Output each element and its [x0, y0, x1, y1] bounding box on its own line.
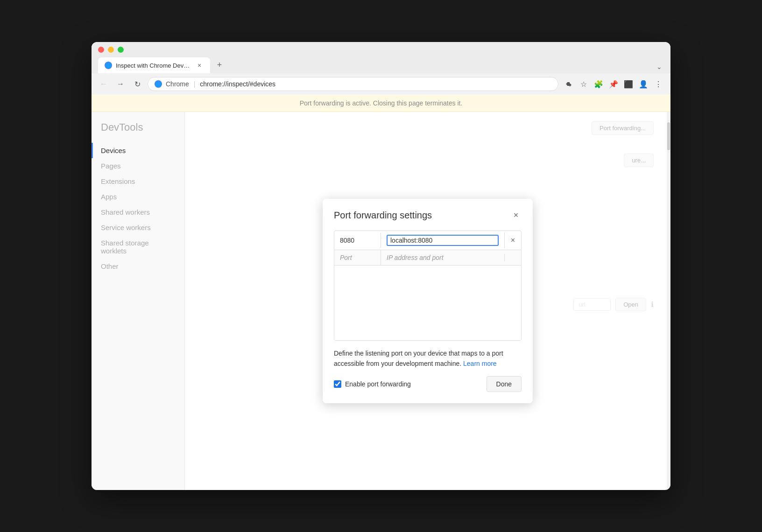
sidebar-item-shared-storage-worklets-label: Shared storage worklets — [101, 239, 149, 255]
sidebar-nav: Devices Pages Extensions Apps Shared wor… — [92, 143, 184, 274]
address-favicon-icon: 🌐 — [155, 80, 162, 88]
modal-description: Define the listening port on your device… — [334, 348, 522, 369]
sidebar: DevTools Devices Pages Extensions Apps S… — [92, 112, 185, 490]
address-cell[interactable] — [381, 231, 504, 250]
tab-list-chevron[interactable]: ⌄ — [656, 63, 662, 70]
sidebar-item-shared-workers[interactable]: Shared workers — [92, 204, 184, 220]
new-tab-btn[interactable]: + — [212, 57, 227, 72]
sidebar-item-service-workers-label: Service workers — [101, 224, 151, 231]
browser-window: 🌐 Inspect with Chrome Develope × + ⌄ ← →… — [92, 42, 670, 490]
reload-button[interactable]: ↻ — [131, 77, 144, 91]
nav-icons: ☆ 🧩 📌 ⬛ 👤 ⋮ — [562, 77, 665, 91]
port-rule-row: × — [334, 231, 521, 250]
address-placeholder-text: IP address and port — [387, 254, 444, 261]
placeholder-delete — [504, 254, 521, 261]
modal-title: Port forwarding settings — [334, 210, 432, 221]
address-placeholder: IP address and port — [381, 250, 504, 265]
menu-icon[interactable]: ⋮ — [652, 77, 665, 91]
modal-footer: Enable port forwarding Done — [334, 376, 522, 392]
title-bar: 🌐 Inspect with Chrome Develope × + ⌄ — [92, 42, 670, 73]
devtools-title: DevTools — [92, 121, 184, 143]
enable-port-forwarding-checkbox[interactable] — [334, 380, 341, 388]
port-placeholder-row: Port IP address and port — [334, 250, 521, 266]
address-input[interactable] — [387, 235, 499, 246]
nav-bar: ← → ↻ 🌐 Chrome | chrome://inspect/#devic… — [92, 73, 670, 95]
sidebar-item-extensions[interactable]: Extensions — [92, 174, 184, 189]
sidebar-item-apps[interactable]: Apps — [92, 189, 184, 204]
main-content: DevTools Devices Pages Extensions Apps S… — [92, 112, 670, 490]
port-placeholder-text: Port — [340, 254, 352, 261]
traffic-lights — [98, 47, 664, 53]
forward-button[interactable]: → — [114, 77, 127, 91]
account-icon[interactable]: 👤 — [637, 77, 650, 91]
address-url: chrome://inspect/#devices — [200, 80, 275, 88]
minimize-traffic-light[interactable] — [108, 47, 114, 53]
tab-title: Inspect with Chrome Develope — [116, 62, 191, 69]
sidebar-item-pages-label: Pages — [101, 162, 121, 170]
sidebar-item-shared-storage-worklets[interactable]: Shared storage worklets — [92, 235, 184, 259]
address-bar[interactable]: 🌐 Chrome | chrome://inspect/#devices — [148, 77, 558, 91]
delete-rule-btn[interactable]: × — [504, 232, 521, 248]
address-pipe: | — [194, 80, 198, 88]
enable-port-forwarding-label[interactable]: Enable port forwarding — [334, 380, 411, 388]
sidebar-item-pages[interactable]: Pages — [92, 158, 184, 174]
close-traffic-light[interactable] — [98, 47, 104, 53]
sidebar-item-apps-label: Apps — [101, 193, 117, 201]
modal-overlay: Port forwarding settings × — [185, 112, 670, 490]
sidebar-item-extensions-label: Extensions — [101, 177, 135, 185]
page-content: Port forwarding... ure... Open ℹ Port fo… — [185, 112, 670, 490]
sidebar-item-shared-workers-label: Shared workers — [101, 208, 150, 216]
info-banner-text: Port forwarding is active. Closing this … — [300, 99, 463, 107]
sidebar-item-devices-label: Devices — [101, 147, 126, 154]
address-text: Chrome | chrome://inspect/#devices — [166, 80, 551, 88]
info-banner: Port forwarding is active. Closing this … — [92, 95, 670, 112]
port-forwarding-table: × Port IP address and port — [334, 231, 522, 341]
layout-icon[interactable]: ⬛ — [622, 77, 635, 91]
learn-more-link[interactable]: Learn more — [463, 360, 497, 367]
active-tab[interactable]: 🌐 Inspect with Chrome Develope × — [98, 57, 210, 73]
tabs-row: 🌐 Inspect with Chrome Develope × + ⌄ — [98, 57, 664, 73]
pin-icon[interactable]: 📌 — [607, 77, 620, 91]
enable-port-forwarding-text: Enable port forwarding — [345, 380, 411, 388]
chrome-label: Chrome — [166, 80, 189, 88]
maximize-traffic-light[interactable] — [118, 47, 124, 53]
table-empty-area — [334, 266, 521, 340]
extensions-icon[interactable]: 🧩 — [592, 77, 605, 91]
modal-header: Port forwarding settings × — [334, 210, 522, 221]
port-input[interactable] — [340, 237, 375, 244]
tab-close-btn[interactable]: × — [195, 61, 204, 70]
port-placeholder: Port — [334, 250, 381, 265]
sidebar-item-other-label: Other — [101, 262, 119, 270]
sidebar-item-service-workers[interactable]: Service workers — [92, 220, 184, 235]
sidebar-item-devices[interactable]: Devices — [92, 143, 184, 158]
star-icon[interactable]: ☆ — [577, 77, 590, 91]
share-icon[interactable] — [562, 77, 575, 91]
delete-icon: × — [511, 236, 515, 245]
done-button[interactable]: Done — [487, 376, 522, 392]
modal-close-button[interactable]: × — [510, 210, 522, 221]
port-cell[interactable] — [334, 233, 381, 248]
tab-favicon: 🌐 — [105, 62, 112, 69]
sidebar-item-other[interactable]: Other — [92, 259, 184, 274]
port-forwarding-modal: Port forwarding settings × — [323, 199, 533, 404]
back-button[interactable]: ← — [97, 77, 110, 91]
